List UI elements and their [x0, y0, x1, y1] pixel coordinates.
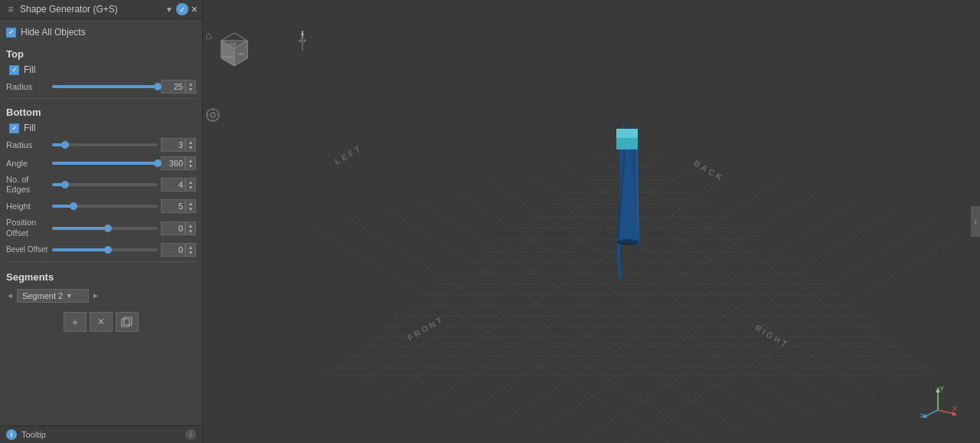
nav-cube[interactable]: TOP SIDE FRONT [214, 29, 256, 74]
svg-text:Z: Z [920, 412, 924, 418]
hide-all-row: ✓ Hide All Objects [6, 24, 196, 45]
nav-cube-icon: TOP SIDE FRONT [214, 29, 256, 71]
tooltip-info-icon: i [6, 429, 17, 440]
bottom-section-header: Bottom [6, 103, 196, 123]
panel-title: Shape Generator (G+S) [20, 4, 162, 15]
top-fill-checkbox[interactable]: ✓ [9, 65, 19, 75]
seg-next-arrow[interactable]: ► [92, 291, 100, 300]
top-radius-row: Radius 25 ▲ ▼ [6, 80, 196, 94]
top-radius-slider[interactable] [52, 81, 158, 92]
compass-icon[interactable] [295, 29, 310, 54]
info-icon-right[interactable]: i [185, 429, 196, 440]
bottom-radius-spinner[interactable]: ▲ ▼ [185, 138, 196, 152]
bottom-fill-checkbox[interactable]: ✓ [9, 123, 19, 133]
angle-spinner[interactable]: ▲ ▼ [185, 156, 196, 170]
bottom-radius-row: Radius 3 ▲ ▼ [6, 138, 196, 152]
bottom-radius-slider[interactable] [52, 139, 158, 150]
bottom-bar: i Tooltip i [0, 425, 202, 443]
segment-dropdown[interactable]: Segment 2 ▼ [17, 289, 89, 303]
position-slider[interactable] [52, 223, 158, 234]
bottom-fill-row: ✓ Fill [6, 123, 196, 133]
top-fill-label: Fill [24, 64, 35, 75]
top-section-header: Top [6, 45, 196, 64]
close-icon[interactable]: × [191, 3, 198, 15]
bevel-label: Bevel Offset [6, 245, 52, 254]
height-label: Height [6, 202, 52, 211]
height-row: Height 5 ▲ ▼ [6, 199, 196, 213]
check-icon[interactable]: ✓ [176, 3, 188, 15]
edges-spinner[interactable]: ▲ ▼ [185, 178, 196, 192]
remove-segment-button[interactable]: × [90, 312, 113, 332]
height-value[interactable]: 5 [161, 199, 185, 213]
position-label: PositionOffset [6, 218, 52, 238]
panel-content: ✓ Hide All Objects Top ✓ Fill Radius 25 … [0, 19, 202, 425]
svg-point-56 [616, 239, 639, 245]
height-slider[interactable] [52, 201, 158, 212]
title-dropdown-icon[interactable]: ▼ [165, 5, 173, 14]
panel-menu-icon[interactable]: ≡ [5, 3, 17, 15]
position-offset-row: PositionOffset 0 ▲ ▼ [6, 218, 196, 238]
angle-slider[interactable] [52, 158, 158, 169]
segment-buttons: + × [6, 309, 196, 335]
svg-text:SIDE: SIDE [237, 52, 245, 56]
svg-text:Y: Y [939, 385, 944, 392]
add-segment-button[interactable]: + [64, 312, 87, 332]
seg-prev-arrow[interactable]: ◄ [6, 291, 14, 300]
divider-1 [6, 98, 196, 99]
hide-all-checkbox[interactable]: ✓ [6, 28, 16, 38]
home-icon[interactable]: ⌂ [205, 29, 211, 41]
title-bar: ≡ Shape Generator (G+S) ▼ ✓ × [0, 0, 202, 19]
axes-indicator: Y Z X [919, 383, 957, 420]
divider-2 [6, 261, 196, 262]
bottom-fill-label: Fill [24, 123, 35, 133]
top-radius-value[interactable]: 25 [161, 80, 185, 94]
segments-header: Segments [6, 267, 196, 289]
svg-marker-69 [301, 31, 304, 35]
edges-row: No. ofEdges 4 ▲ ▼ [6, 175, 196, 195]
edges-label: No. ofEdges [6, 175, 52, 195]
collapse-right-button[interactable]: › [971, 206, 980, 237]
hide-all-label: Hide All Objects [21, 27, 86, 38]
bevel-value[interactable]: 0 [161, 243, 185, 257]
left-panel: ≡ Shape Generator (G+S) ▼ ✓ × ✓ Hide All… [0, 0, 203, 443]
bevel-spinner[interactable]: ▲ ▼ [185, 243, 196, 257]
svg-text:X: X [952, 405, 957, 412]
segments-nav: ◄ Segment 2 ▼ ► [6, 289, 196, 303]
position-spinner[interactable]: ▲ ▼ [185, 222, 196, 235]
svg-text:TOP: TOP [229, 42, 237, 47]
angle-label: Angle [6, 159, 52, 168]
edges-value[interactable]: 4 [161, 178, 185, 192]
bevel-offset-row: Bevel Offset 0 ▲ ▼ [6, 243, 196, 257]
top-radius-label: Radius [6, 82, 52, 91]
tooltip-label: Tooltip [21, 430, 46, 439]
height-spinner[interactable]: ▲ ▼ [185, 199, 196, 213]
viewport[interactable]: LEFT BACK FRONT RIGHT TOP SIDE FRONT ⌂ [203, 0, 980, 443]
top-fill-row: ✓ Fill [6, 64, 196, 75]
angle-value[interactable]: 360 [161, 156, 185, 170]
zoom-widget[interactable] [205, 107, 220, 125]
position-value[interactable]: 0 [161, 222, 185, 235]
copy-segment-button[interactable] [116, 312, 139, 332]
svg-rect-2 [203, 0, 980, 443]
bottom-radius-value[interactable]: 3 [161, 138, 185, 152]
viewport-svg: LEFT BACK FRONT RIGHT [203, 0, 980, 443]
svg-marker-55 [616, 129, 638, 138]
svg-point-74 [211, 113, 215, 117]
bevel-slider[interactable] [52, 244, 158, 255]
seg-dropdown-arrow: ▼ [66, 292, 73, 300]
top-radius-spinner[interactable]: ▲ ▼ [185, 80, 196, 94]
copy-icon [121, 317, 133, 327]
angle-row: Angle 360 ▲ ▼ [6, 156, 196, 170]
bottom-radius-label: Radius [6, 140, 52, 149]
edges-slider[interactable] [52, 179, 158, 190]
svg-text:FRONT: FRONT [223, 55, 234, 59]
